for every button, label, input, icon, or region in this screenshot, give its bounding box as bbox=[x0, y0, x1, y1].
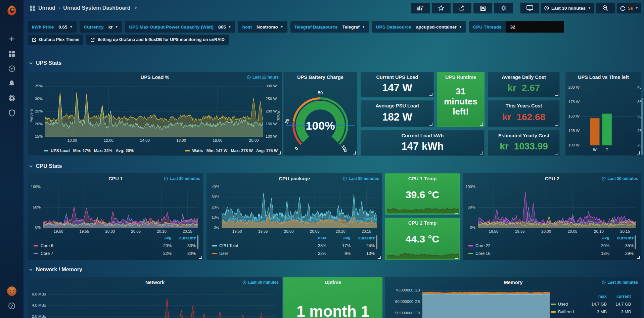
variable-value-dropdown[interactable]: apcupsd-container▼ bbox=[416, 25, 462, 30]
panel-title[interactable]: Average Daily Cost bbox=[488, 75, 559, 80]
alerting-icon[interactable] bbox=[0, 76, 24, 91]
legend-sort-column[interactable]: max bbox=[302, 235, 326, 240]
star-button[interactable] bbox=[432, 3, 451, 13]
panel-title[interactable]: Estimated Yearly Cost bbox=[488, 133, 559, 138]
legend-swatch[interactable] bbox=[212, 253, 217, 254]
legend-scrollbar[interactable] bbox=[376, 235, 377, 249]
panel-title[interactable]: CPU 1 Temp bbox=[385, 176, 459, 181]
time-range-picker[interactable]: Last 30 minutes ▼ bbox=[541, 3, 594, 13]
legend-swatch[interactable] bbox=[185, 150, 190, 151]
panel-resize-handle[interactable] bbox=[429, 93, 432, 96]
configuration-icon[interactable] bbox=[0, 91, 24, 105]
refresh-interval[interactable]: 5s bbox=[628, 6, 633, 11]
plot-area[interactable] bbox=[422, 288, 550, 318]
cpu-threads-input[interactable] bbox=[506, 21, 564, 33]
legend-sort-column[interactable]: avg bbox=[326, 235, 351, 240]
refresh-button[interactable]: 5s ▼ bbox=[617, 3, 641, 13]
panel-resize-handle[interactable] bbox=[480, 151, 483, 154]
cycle-view-button[interactable] bbox=[520, 3, 539, 13]
page-scrollbar[interactable] bbox=[641, 98, 643, 155]
legend-sort-column[interactable]: current▾ bbox=[351, 235, 375, 240]
chevron-down-icon[interactable]: ▼ bbox=[134, 6, 137, 10]
page-title[interactable]: Unraid System Dashboard bbox=[63, 5, 130, 11]
breadcrumb[interactable]: Unraid › Unraid System Dashboard ▼ bbox=[30, 5, 137, 11]
explore-icon[interactable] bbox=[0, 61, 24, 76]
legend-swatch[interactable] bbox=[468, 253, 473, 254]
panel-title[interactable]: UPS Runtime bbox=[437, 75, 484, 80]
section-ups-stats[interactable]: UPS Stats bbox=[29, 60, 61, 66]
breadcrumb-section[interactable]: Unraid bbox=[38, 5, 55, 11]
legend-row[interactable]: Core 1618%29% bbox=[468, 249, 634, 257]
legend-row[interactable]: Used14.7 GB14.7 GB bbox=[551, 300, 631, 308]
panel-resize-handle[interactable] bbox=[455, 256, 458, 259]
section-network-memory[interactable]: Network / Memory bbox=[29, 267, 82, 273]
legend-sort-column[interactable]: current▾ bbox=[172, 235, 196, 240]
variable-value-dropdown[interactable]: 0.65▼ bbox=[58, 25, 73, 30]
legend-sort-column[interactable]: current▾ bbox=[609, 235, 634, 240]
panel-title[interactable]: CPU 2 Temp bbox=[385, 220, 459, 226]
section-cpu-stats[interactable]: CPU Stats bbox=[29, 163, 62, 169]
panel-resize-handle[interactable] bbox=[429, 123, 432, 126]
panel-title[interactable]: Current UPS Load bbox=[361, 75, 433, 80]
panel-resize-handle[interactable] bbox=[637, 151, 640, 154]
panel-resize-handle[interactable] bbox=[555, 151, 558, 154]
link-grafana-influxdb-ups-guide[interactable]: Setting up Grafana and InfluxDB for UPS … bbox=[86, 35, 228, 45]
panel-resize-handle[interactable] bbox=[555, 93, 558, 96]
user-avatar[interactable] bbox=[0, 284, 24, 299]
panel-title[interactable]: Uptime bbox=[284, 280, 382, 285]
panel-resize-handle[interactable] bbox=[555, 123, 558, 126]
legend-scrollbar[interactable] bbox=[635, 235, 636, 249]
legend-sort-column[interactable]: current bbox=[607, 294, 631, 299]
chevron-down-icon[interactable]: ▼ bbox=[635, 6, 638, 10]
save-button[interactable] bbox=[473, 3, 492, 13]
add-panel-button[interactable] bbox=[411, 3, 430, 13]
panel-resize-handle[interactable] bbox=[278, 151, 281, 154]
plot-area[interactable] bbox=[222, 187, 377, 228]
legend-swatch[interactable] bbox=[551, 311, 556, 313]
panel-resize-handle[interactable] bbox=[480, 123, 483, 126]
legend-scrollbar[interactable] bbox=[197, 235, 198, 249]
panel-resize-handle[interactable] bbox=[378, 256, 381, 259]
legend-swatch[interactable] bbox=[551, 304, 556, 305]
plot-area[interactable] bbox=[43, 187, 198, 228]
legend-swatch[interactable] bbox=[34, 253, 38, 254]
legend-swatch[interactable] bbox=[34, 245, 38, 246]
panel-resize-handle[interactable] bbox=[199, 256, 202, 259]
plot-area[interactable] bbox=[478, 187, 636, 228]
add-icon[interactable] bbox=[0, 32, 24, 46]
variable-value-dropdown[interactable]: 865▼ bbox=[218, 25, 231, 30]
zoom-out-button[interactable] bbox=[596, 3, 615, 13]
legend-row[interactable]: Buffered3 MB3 MB bbox=[551, 308, 631, 316]
legend-swatch[interactable] bbox=[44, 150, 48, 151]
share-button[interactable] bbox=[453, 3, 471, 13]
legend-sort-column[interactable]: avg bbox=[147, 235, 172, 240]
legend-swatch[interactable] bbox=[212, 245, 217, 246]
settings-button[interactable] bbox=[494, 3, 513, 13]
legend-series-name[interactable]: Watts bbox=[192, 148, 203, 153]
variable-value-dropdown[interactable]: Telegraf▼ bbox=[342, 25, 365, 30]
panel-resize-handle[interactable] bbox=[353, 151, 356, 154]
panel-resize-handle[interactable] bbox=[637, 256, 640, 259]
legend-row[interactable]: Core 620%30% bbox=[34, 242, 196, 249]
help-icon[interactable]: ? bbox=[0, 299, 24, 313]
panel-title[interactable]: Average PSU Load bbox=[361, 103, 433, 108]
grafana-logo[interactable] bbox=[0, 3, 24, 18]
panel-title[interactable]: This Years Cost bbox=[488, 103, 559, 108]
link-grafana-plex-theme[interactable]: Grafana Plex Theme bbox=[28, 35, 83, 45]
variable-value-dropdown[interactable]: kr▼ bbox=[108, 25, 118, 30]
panel-title[interactable]: Current Load kWh bbox=[361, 133, 484, 138]
plot-area[interactable] bbox=[45, 86, 263, 137]
dashboards-icon[interactable] bbox=[0, 46, 24, 61]
legend-swatch[interactable] bbox=[468, 245, 473, 246]
legend-series-name[interactable]: UPS Load bbox=[51, 148, 70, 153]
panel-resize-handle[interactable] bbox=[455, 211, 458, 214]
legend-row[interactable]: User22%9%13% bbox=[212, 249, 375, 257]
legend-row[interactable]: CPU Total38%17%24% bbox=[212, 242, 375, 249]
server-admin-icon[interactable] bbox=[0, 105, 24, 120]
plot-area[interactable] bbox=[48, 288, 276, 318]
legend-row[interactable]: Core 722%30% bbox=[34, 249, 196, 257]
legend-row[interactable]: Core 2220%35% bbox=[468, 242, 634, 249]
variable-value-dropdown[interactable]: Nostromo▼ bbox=[257, 25, 283, 30]
legend-sort-column[interactable]: avg bbox=[585, 235, 609, 240]
legend-sort-column[interactable]: max bbox=[583, 294, 607, 299]
